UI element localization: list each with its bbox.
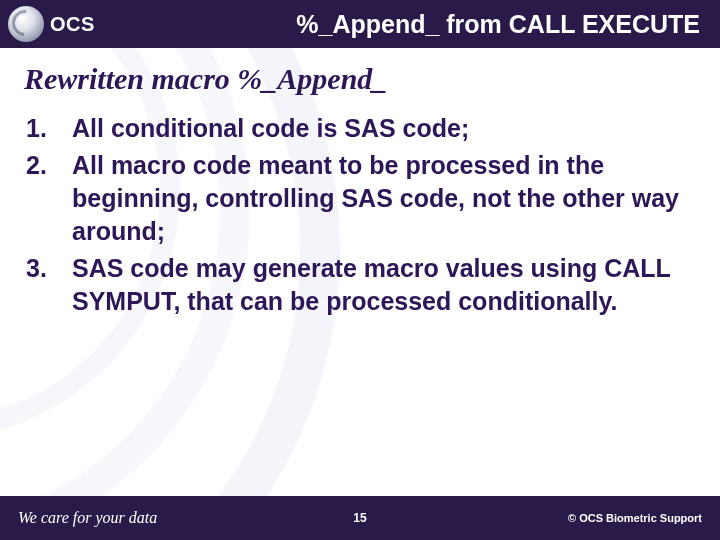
page-number: 15 (0, 511, 720, 525)
logo-swirl-icon (7, 5, 44, 42)
slide-body: Rewritten macro %_Append_ 1. All conditi… (0, 48, 720, 318)
list-text: SAS code may generate macro values using… (72, 252, 692, 318)
logo: OCS (8, 6, 95, 42)
section-heading: Rewritten macro %_Append_ (24, 62, 692, 96)
slide: OCS %_Append_ from CALL EXECUTE Rewritte… (0, 0, 720, 540)
list-number: 1. (26, 112, 72, 145)
list-number: 3. (26, 252, 72, 318)
logo-sphere-icon (8, 6, 44, 42)
list-item: 2. All macro code meant to be processed … (26, 149, 692, 248)
header-bar: OCS %_Append_ from CALL EXECUTE (0, 0, 720, 48)
list-text: All conditional code is SAS code; (72, 112, 692, 145)
list-item: 3. SAS code may generate macro values us… (26, 252, 692, 318)
slide-title: %_Append_ from CALL EXECUTE (95, 10, 704, 39)
points-list: 1. All conditional code is SAS code; 2. … (24, 112, 692, 318)
list-item: 1. All conditional code is SAS code; (26, 112, 692, 145)
footer-bar: We care for your data 15 © OCS Biometric… (0, 496, 720, 540)
logo-text: OCS (50, 13, 95, 36)
list-text: All macro code meant to be processed in … (72, 149, 692, 248)
list-number: 2. (26, 149, 72, 248)
